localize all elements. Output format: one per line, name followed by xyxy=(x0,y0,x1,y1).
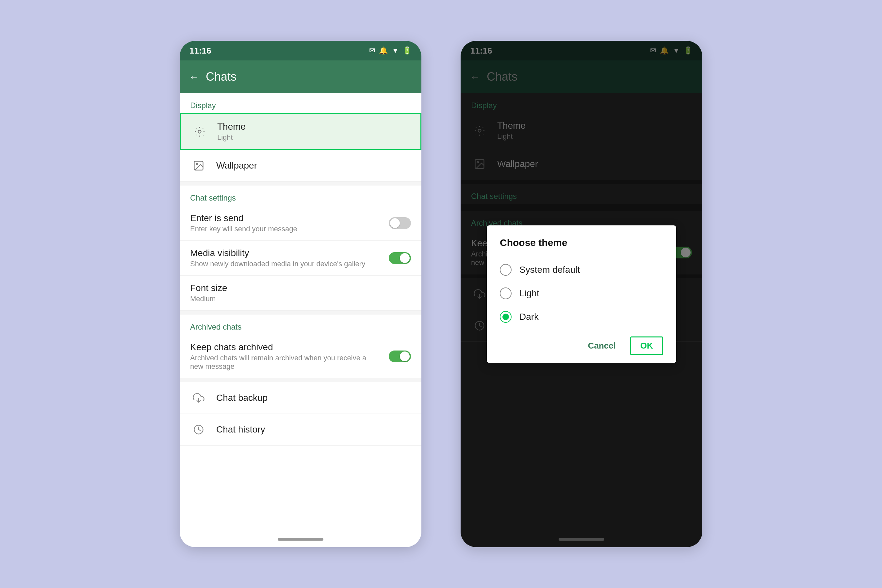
radio-dark[interactable]: Dark xyxy=(500,305,663,328)
status-bar-1: 11:16 ✉ 🔔 ▼ 🔋 xyxy=(180,41,422,60)
font-size-title: Font size xyxy=(190,283,411,293)
media-visibility-subtitle: Show newly downloaded media in your devi… xyxy=(190,260,380,268)
wallpaper-title: Wallpaper xyxy=(216,160,411,171)
phone-1: 11:16 ✉ 🔔 ▼ 🔋 ← Chats Display Theme Li xyxy=(180,41,422,547)
section-chat-settings-label: Chat settings xyxy=(180,186,422,206)
status-time-1: 11:16 xyxy=(189,46,212,56)
radio-light[interactable]: Light xyxy=(500,282,663,305)
media-visibility-toggle[interactable] xyxy=(389,252,411,264)
theme-subtitle: Light xyxy=(217,133,410,142)
theme-icon xyxy=(191,123,208,140)
keep-archived-item[interactable]: Keep chats archived Archived chats will … xyxy=(180,335,422,378)
phone-2: 11:16 ✉ 🔔 ▼ 🔋 ← Chats Display Theme Ligh… xyxy=(460,41,702,547)
radio-label-dark: Dark xyxy=(519,312,538,322)
toggle-knob-media xyxy=(400,253,410,263)
wallpaper-item[interactable]: Wallpaper xyxy=(180,150,422,182)
wallpaper-icon xyxy=(190,157,207,174)
theme-item[interactable]: Theme Light xyxy=(180,113,422,150)
svg-point-2 xyxy=(196,164,198,165)
radio-circle-light xyxy=(500,288,512,299)
media-visibility-title: Media visibility xyxy=(190,248,380,258)
font-size-item[interactable]: Font size Medium xyxy=(180,276,422,310)
divider-3 xyxy=(180,378,422,382)
history-icon xyxy=(190,421,207,438)
enter-is-send-title: Enter is send xyxy=(190,213,380,224)
theme-title: Theme xyxy=(217,122,410,132)
chat-history-item[interactable]: Chat history xyxy=(180,414,422,446)
header-title-1: Chats xyxy=(206,70,237,84)
chat-backup-text: Chat backup xyxy=(216,393,411,403)
media-visibility-item[interactable]: Media visibility Show newly downloaded m… xyxy=(180,241,422,276)
phone-content-1: Display Theme Light xyxy=(180,93,422,531)
enter-is-send-text: Enter is send Enter key will send your m… xyxy=(190,213,380,233)
back-button-1[interactable]: ← xyxy=(189,71,199,83)
radio-circle-system-default xyxy=(500,264,512,276)
bottom-pill-1 xyxy=(278,538,323,541)
battery-icon: 🔋 xyxy=(403,46,412,55)
radio-circle-dark xyxy=(500,311,512,323)
divider-1 xyxy=(180,182,422,186)
status-icons-1: ✉ 🔔 ▼ 🔋 xyxy=(369,46,412,55)
enter-is-send-item[interactable]: Enter is send Enter key will send your m… xyxy=(180,206,422,241)
app-header-1: ← Chats xyxy=(180,60,422,93)
choose-theme-dialog: Choose theme System default Light Dark C xyxy=(487,225,676,363)
keep-archived-text: Keep chats archived Archived chats will … xyxy=(190,342,380,371)
radio-system-default[interactable]: System default xyxy=(500,258,663,282)
mail-icon: ✉ xyxy=(369,46,375,55)
toggle-knob-archived xyxy=(400,351,410,361)
keep-archived-toggle[interactable] xyxy=(389,351,411,362)
radio-inner-dark xyxy=(502,314,509,320)
chat-history-text: Chat history xyxy=(216,424,411,435)
section-display-label: Display xyxy=(180,93,422,113)
media-visibility-text: Media visibility Show newly downloaded m… xyxy=(190,248,380,268)
dialog-ok-button[interactable]: OK xyxy=(630,336,663,355)
dialog-actions: Cancel OK xyxy=(500,336,663,355)
enter-is-send-subtitle: Enter key will send your message xyxy=(190,225,380,233)
chat-backup-item[interactable]: Chat backup xyxy=(180,382,422,414)
keep-archived-subtitle: Archived chats will remain archived when… xyxy=(190,354,380,371)
radio-label-light: Light xyxy=(519,288,539,298)
chat-backup-title: Chat backup xyxy=(216,393,411,403)
svg-point-0 xyxy=(198,130,201,133)
notification-icon: 🔔 xyxy=(379,46,388,55)
wallpaper-text: Wallpaper xyxy=(216,160,411,171)
keep-archived-title: Keep chats archived xyxy=(190,342,380,352)
divider-2 xyxy=(180,310,422,315)
dialog-cancel-button[interactable]: Cancel xyxy=(580,336,624,355)
wifi-icon: ▼ xyxy=(392,46,399,55)
chat-history-title: Chat history xyxy=(216,424,411,435)
font-size-subtitle: Medium xyxy=(190,295,411,303)
enter-is-send-toggle[interactable] xyxy=(389,217,411,229)
toggle-knob-enter xyxy=(390,218,400,228)
section-archived-label: Archived chats xyxy=(180,315,422,335)
radio-label-system-default: System default xyxy=(519,265,580,275)
dialog-title: Choose theme xyxy=(500,237,663,248)
font-size-text: Font size Medium xyxy=(190,283,411,303)
backup-icon xyxy=(190,389,207,406)
dialog-overlay: Choose theme System default Light Dark C xyxy=(460,41,702,547)
theme-text: Theme Light xyxy=(217,122,410,142)
bottom-bar-1 xyxy=(180,531,422,547)
